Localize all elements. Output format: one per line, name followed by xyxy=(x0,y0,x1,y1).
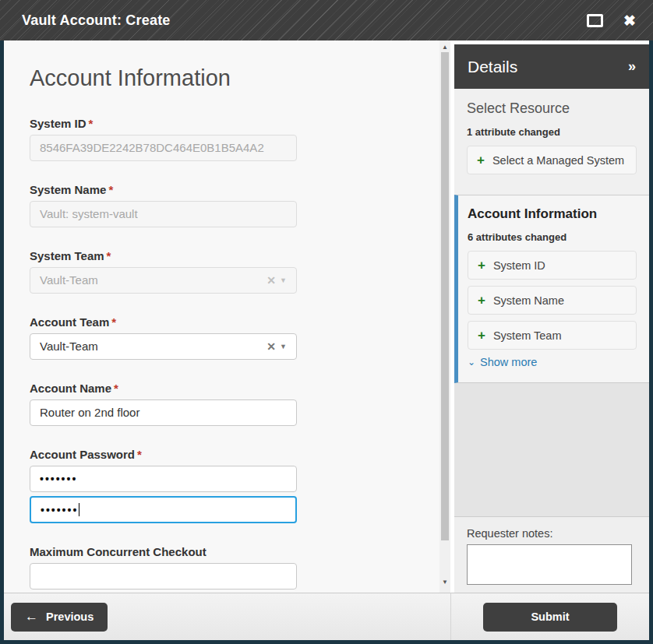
account-password-input[interactable]: ••••••• xyxy=(30,466,297,492)
field-max-concurrent-checkout: Maximum Concurrent Checkout xyxy=(30,545,439,589)
account-name-label: Account Name* xyxy=(30,382,439,396)
field-system-id: System ID* 8546FA39DE2242B78DC464E0B1B5A… xyxy=(30,117,439,161)
dropdown-caret-icon[interactable]: ▼ xyxy=(280,334,287,359)
account-team-label: Account Team* xyxy=(30,315,439,329)
field-account-team: Account Team* Vault-Team ✕ ▼ xyxy=(30,315,439,360)
account-team-select[interactable]: Vault-Team ✕ ▼ xyxy=(30,333,297,360)
window-title: Vault Account: Create xyxy=(22,12,587,29)
plus-icon: + xyxy=(478,294,485,307)
dropdown-caret-icon[interactable]: ▼ xyxy=(280,268,287,293)
requester-notes-label: Requester notes: xyxy=(467,527,637,540)
account-password-label: Account Password* xyxy=(30,448,439,462)
confirm-password-input[interactable]: ••••••• xyxy=(30,496,297,523)
account-name-input[interactable]: Router on 2nd floor xyxy=(30,399,297,426)
account-information-changed-note: 6 attributes changed xyxy=(468,231,637,243)
select-resource-changed-note: 1 attribute changed xyxy=(467,126,637,138)
required-marker: * xyxy=(114,382,118,395)
chevron-down-icon: ⌄ xyxy=(468,359,475,365)
collapse-panel-icon[interactable]: » xyxy=(628,58,636,75)
submit-button[interactable]: Submit xyxy=(483,603,617,632)
footer-left: ← Previous xyxy=(4,593,450,640)
required-marker: * xyxy=(137,448,142,461)
attribute-button-system-team[interactable]: + System Team xyxy=(468,321,637,350)
show-more-link[interactable]: ⌄ Show more xyxy=(468,356,637,368)
plus-icon: + xyxy=(478,329,485,342)
attribute-button-system-name[interactable]: + System Name xyxy=(468,286,637,315)
system-id-input[interactable]: 8546FA39DE2242B78DC464E0B1B5A4A2 xyxy=(30,135,297,161)
plus-icon: + xyxy=(477,153,485,167)
system-name-input[interactable]: Vault: system-vault xyxy=(30,201,297,227)
select-managed-system-button[interactable]: + Select a Managed System xyxy=(467,146,637,174)
form-scrollbar[interactable]: ▲ ▼ xyxy=(439,40,450,593)
clear-selection-icon[interactable]: ✕ xyxy=(266,334,276,359)
titlebar: Vault Account: Create ✖ xyxy=(0,0,653,40)
scrollbar-thumb[interactable] xyxy=(441,52,449,540)
select-resource-heading: Select Resource xyxy=(467,100,637,117)
max-concurrent-checkout-label: Maximum Concurrent Checkout xyxy=(30,545,439,559)
previous-button[interactable]: ← Previous xyxy=(11,603,108,632)
text-cursor xyxy=(79,503,79,516)
system-team-label: System Team* xyxy=(30,249,439,263)
form-heading: Account Information xyxy=(30,64,439,92)
field-system-team: System Team* Vault-Team ✕ ▼ xyxy=(30,249,439,294)
system-name-label: System Name* xyxy=(30,183,439,197)
required-marker: * xyxy=(89,117,94,130)
requester-notes-input[interactable] xyxy=(467,544,632,585)
max-concurrent-checkout-input[interactable] xyxy=(30,563,297,589)
window-controls: ✖ xyxy=(587,13,636,28)
field-system-name: System Name* Vault: system-vault xyxy=(30,183,439,227)
details-title: Details xyxy=(468,58,517,76)
required-marker: * xyxy=(107,249,111,262)
details-spacer xyxy=(454,383,649,516)
vault-account-create-dialog: Vault Account: Create ✖ Account Informat… xyxy=(0,0,653,644)
required-marker: * xyxy=(108,183,113,196)
select-resource-section: Select Resource 1 attribute changed + Se… xyxy=(454,89,649,195)
maximize-icon[interactable] xyxy=(587,14,603,27)
account-information-heading: Account Information xyxy=(468,206,637,222)
scroll-down-icon[interactable]: ▼ xyxy=(439,577,450,588)
details-panel: Details » Select Resource 1 attribute ch… xyxy=(454,40,649,593)
field-account-name: Account Name* Router on 2nd floor xyxy=(30,382,439,426)
field-account-password: Account Password* ••••••• ••••••• xyxy=(30,448,439,523)
system-id-label: System ID* xyxy=(30,117,439,131)
dialog-body: Account Information System ID* 8546FA39D… xyxy=(4,40,649,593)
close-icon[interactable]: ✖ xyxy=(623,13,636,28)
requester-notes-section: Requester notes: xyxy=(454,516,649,593)
details-header: Details » xyxy=(454,44,649,89)
attribute-button-system-id[interactable]: + System ID xyxy=(468,251,637,280)
required-marker: * xyxy=(111,315,116,329)
account-form: Account Information System ID* 8546FA39D… xyxy=(4,40,439,593)
scroll-up-icon[interactable]: ▲ xyxy=(439,42,450,53)
dialog-footer: ← Previous Submit xyxy=(4,593,649,640)
account-information-section: Account Information 6 attributes changed… xyxy=(454,195,649,383)
arrow-left-icon: ← xyxy=(25,609,38,625)
system-team-select[interactable]: Vault-Team ✕ ▼ xyxy=(30,267,297,294)
footer-right: Submit xyxy=(450,593,649,640)
clear-selection-icon[interactable]: ✕ xyxy=(266,268,276,293)
plus-icon: + xyxy=(478,259,485,272)
